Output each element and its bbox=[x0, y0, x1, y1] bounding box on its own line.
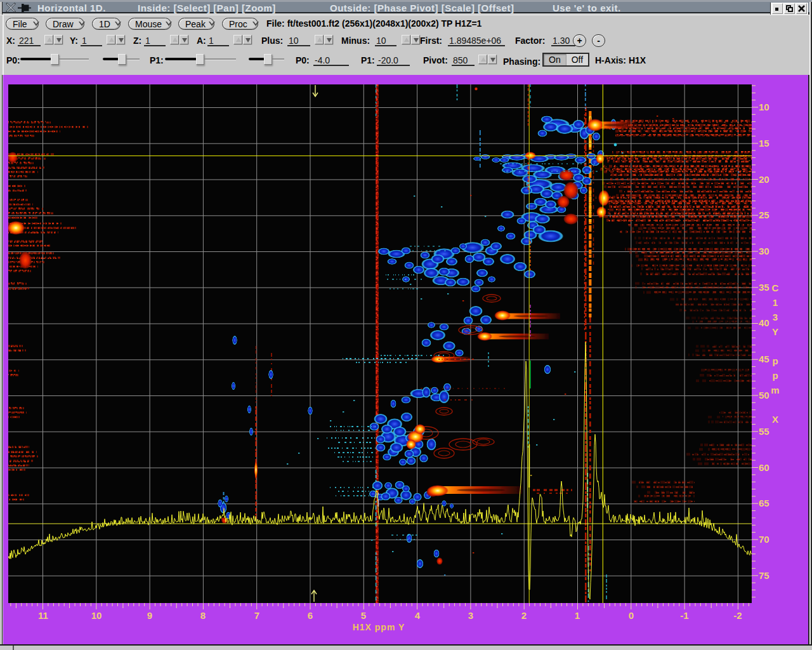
svg-text:m: m bbox=[771, 385, 779, 395]
svg-text:5: 5 bbox=[361, 610, 366, 621]
svg-text:3: 3 bbox=[773, 312, 778, 322]
svg-text:H1X ppm Y: H1X ppm Y bbox=[353, 622, 405, 632]
svg-text:4: 4 bbox=[415, 610, 421, 621]
svg-text:70: 70 bbox=[759, 534, 769, 545]
svg-text:0: 0 bbox=[629, 610, 634, 621]
svg-text:25: 25 bbox=[759, 209, 769, 220]
svg-text:55: 55 bbox=[759, 426, 769, 437]
svg-text:-2: -2 bbox=[733, 610, 742, 621]
svg-text:75: 75 bbox=[759, 570, 769, 581]
svg-text:45: 45 bbox=[759, 354, 769, 364]
svg-text:20: 20 bbox=[759, 174, 769, 185]
svg-text:p: p bbox=[772, 370, 778, 381]
svg-text:50: 50 bbox=[759, 390, 769, 401]
svg-text:8: 8 bbox=[200, 610, 206, 621]
svg-text:-1: -1 bbox=[680, 610, 688, 621]
svg-text:p: p bbox=[772, 355, 778, 366]
svg-text:3: 3 bbox=[468, 610, 473, 621]
svg-text:6: 6 bbox=[308, 610, 313, 621]
svg-text:1: 1 bbox=[773, 297, 778, 308]
svg-text:60: 60 bbox=[759, 462, 769, 473]
svg-text:30: 30 bbox=[759, 246, 769, 256]
svg-text:40: 40 bbox=[759, 317, 769, 328]
svg-text:35: 35 bbox=[759, 282, 769, 293]
svg-text:Y: Y bbox=[772, 326, 778, 337]
svg-text:7: 7 bbox=[254, 610, 259, 621]
svg-text:15: 15 bbox=[759, 138, 769, 149]
svg-text:11: 11 bbox=[38, 610, 48, 621]
svg-text:C: C bbox=[772, 282, 779, 293]
svg-text:9: 9 bbox=[147, 610, 152, 621]
svg-text:10: 10 bbox=[759, 102, 769, 112]
svg-text:2: 2 bbox=[521, 610, 527, 621]
svg-text:X: X bbox=[772, 414, 778, 425]
svg-text:65: 65 bbox=[759, 498, 769, 508]
svg-text:1: 1 bbox=[575, 610, 580, 621]
svg-text:10: 10 bbox=[91, 610, 102, 621]
